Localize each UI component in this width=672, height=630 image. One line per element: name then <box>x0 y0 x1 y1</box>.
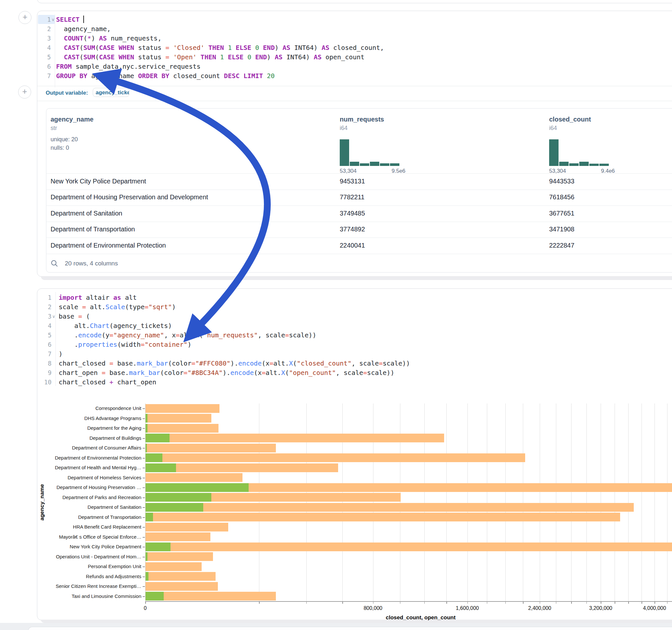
closed-count-bar <box>146 414 211 422</box>
gridline <box>342 404 343 601</box>
code-token: = <box>262 369 265 377</box>
search-icon[interactable] <box>51 260 58 267</box>
code-token: "closed_count" <box>297 359 352 367</box>
code-token: Scale <box>106 303 125 311</box>
sql-cell[interactable]: Output variable: agency_tickets agency_n… <box>37 11 672 277</box>
row-separator <box>46 222 672 222</box>
y-tick <box>143 428 145 429</box>
closed-count-bar <box>146 572 216 581</box>
y-axis-label: Correspondence Unit <box>34 406 141 411</box>
add-cell-button-top[interactable]: + <box>19 11 31 24</box>
code-token: closed_count <box>169 72 224 80</box>
code-token <box>115 53 119 61</box>
x-tick <box>571 602 572 604</box>
fold-chevron-icon[interactable]: ∨ <box>51 15 55 24</box>
code-token: = <box>184 369 187 377</box>
code-token <box>263 72 267 80</box>
table-cell: 3471908 <box>549 225 574 233</box>
code-token: X <box>195 331 199 339</box>
column-type: i64 <box>340 125 347 131</box>
code-token <box>205 44 209 51</box>
code-token: 20 <box>267 72 274 80</box>
histogram-bar <box>599 164 609 166</box>
code-token: AS <box>321 44 329 51</box>
code-token: "#FFC080" <box>195 359 230 367</box>
code-line[interactable]: CAST(SUM(CASE WHEN status = 'Closed' THE… <box>56 43 384 53</box>
closed-count-bar <box>146 542 672 551</box>
code-line[interactable]: FROM sample_data.nyc.service_requests <box>56 62 201 72</box>
y-axis-label: Department of Buildings <box>34 435 141 441</box>
table-footer: 20 rows, 4 columns <box>51 259 245 269</box>
line-number: 4 <box>39 43 51 52</box>
code-line[interactable]: chart_open = base.mark_bar(color="#8BC34… <box>59 368 394 378</box>
y-tick <box>143 418 145 419</box>
code-token: "agency_name" <box>114 331 164 339</box>
column-header[interactable]: closed_count <box>549 116 591 123</box>
code-token: SELECT <box>56 16 79 23</box>
closed-count-bar <box>146 562 201 571</box>
code-token: mark_bar <box>129 369 160 377</box>
row-separator <box>46 238 672 238</box>
open-count-bar <box>146 453 162 462</box>
code-line[interactable]: CAST(SUM(CASE WHEN status = 'Open' THEN … <box>56 53 364 62</box>
code-token: 'Closed' <box>173 44 204 51</box>
code-token: = <box>191 359 195 367</box>
x-tick <box>467 602 468 604</box>
code-line[interactable]: chart_closed + chart_open <box>59 378 156 387</box>
code-token: properties <box>78 341 117 348</box>
code-line[interactable]: .properties(width="container") <box>59 340 191 350</box>
closed-count-bar <box>146 523 228 532</box>
code-token: scale)) <box>289 331 316 339</box>
code-token: ). <box>231 359 238 367</box>
code-token <box>115 44 119 51</box>
code-token: (x <box>262 359 269 367</box>
code-token: = <box>165 53 169 61</box>
code-line[interactable]: alt.Chart(agency_tickets) <box>59 321 172 331</box>
code-token: chart_open <box>114 378 156 386</box>
code-line[interactable]: COUNT(*) AS num_requests, <box>56 34 162 43</box>
x-tick <box>601 602 601 604</box>
code-token: = <box>101 369 105 377</box>
row-count-label: 20 rows, 4 columns <box>65 260 118 267</box>
code-token: CAST <box>64 53 79 61</box>
code-token: (color <box>160 369 184 377</box>
line-number: 3 <box>39 34 51 43</box>
code-token <box>56 44 64 51</box>
code-line[interactable]: SELECT <box>56 15 84 25</box>
code-token: CAST <box>64 44 79 51</box>
code-token: ELSE <box>228 53 243 61</box>
code-line[interactable]: scale = alt.Scale(type="sqrt") <box>59 303 176 312</box>
x-tick <box>667 602 668 604</box>
cell-shadow <box>41 276 672 280</box>
histogram-bar <box>589 164 599 166</box>
column-header[interactable]: agency_name <box>51 116 93 123</box>
code-line[interactable]: GROUP BY agency_name ORDER BY closed_cou… <box>56 72 274 81</box>
code-line[interactable]: import altair as alt <box>59 293 137 303</box>
line-number: 6 <box>39 62 51 71</box>
column-header[interactable]: num_requests <box>340 116 384 123</box>
histogram-bar <box>350 162 359 166</box>
histogram-bar <box>370 162 379 166</box>
code-token: THEN <box>201 53 216 61</box>
add-cell-button-output[interactable]: + <box>18 86 31 98</box>
y-tick <box>143 448 145 449</box>
code-token <box>216 53 220 61</box>
code-line[interactable]: .encode(y="agency_name", x=alt.X("num_re… <box>59 331 316 340</box>
closed-count-bar <box>146 424 218 433</box>
code-token: ) <box>59 350 63 358</box>
code-token: ) <box>172 303 176 311</box>
code-line[interactable]: ) <box>59 350 63 359</box>
y-axis-label: Operations Unit - Department of Hom… <box>34 554 141 559</box>
code-token: INT64) <box>283 53 314 61</box>
code-token <box>75 72 79 80</box>
fold-chevron-icon[interactable]: ∨ <box>52 312 55 321</box>
x-tick <box>556 602 557 604</box>
closed-count-bar <box>146 434 444 442</box>
table-cell: Department of Environmental Protection <box>51 242 166 249</box>
code-line[interactable]: chart_closed = base.mark_bar(color="#FFC… <box>59 359 410 368</box>
code-token: ) <box>187 341 191 348</box>
table-cell: Department of Housing Preservation and D… <box>51 193 208 201</box>
code-line[interactable]: agency_name, <box>56 25 111 34</box>
gridline <box>523 404 523 601</box>
code-line[interactable]: base = ( <box>59 312 90 321</box>
